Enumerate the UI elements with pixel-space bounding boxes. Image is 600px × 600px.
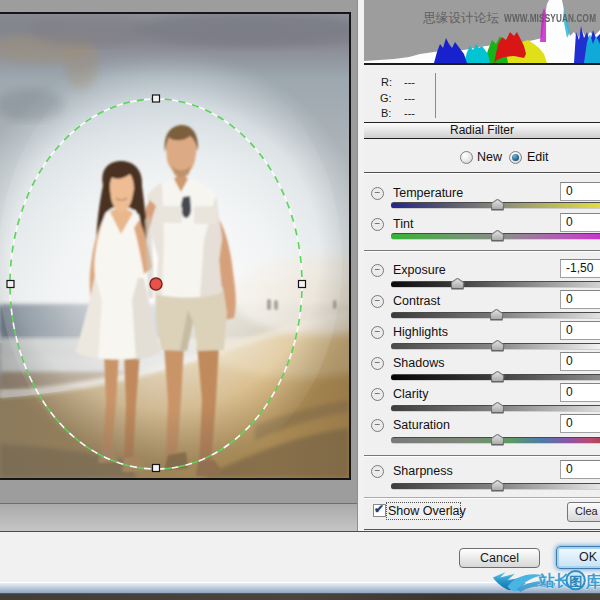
svg-text:图: 图 bbox=[569, 574, 582, 589]
svg-text:库: 库 bbox=[585, 573, 600, 590]
